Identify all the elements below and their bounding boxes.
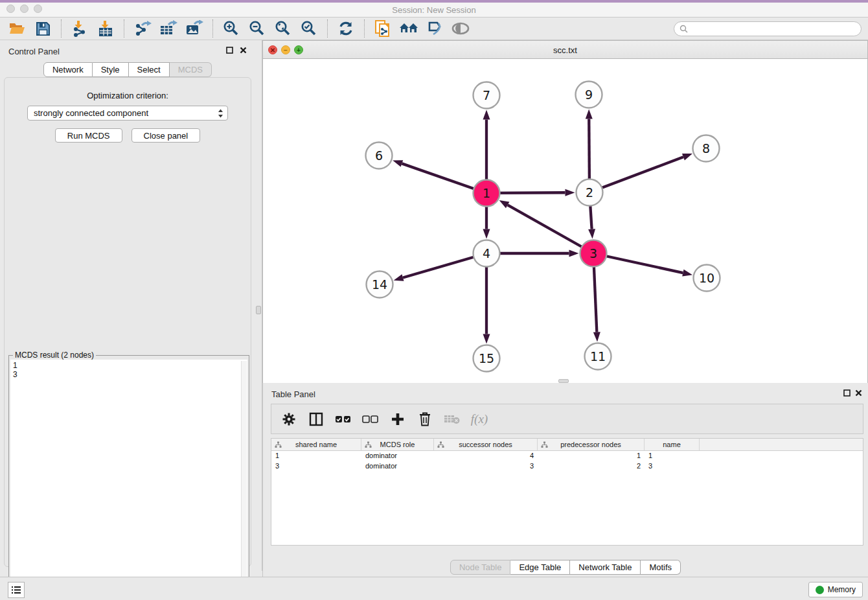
table-row[interactable]: 1dominator411 [271, 451, 863, 461]
tab-style[interactable]: Style [93, 62, 129, 77]
houses-icon [399, 21, 418, 36]
mcds-result-text[interactable]: 1 3 [10, 360, 247, 600]
copy-network-icon [374, 19, 391, 38]
main-toolbar [0, 17, 868, 40]
cell-MCDS-role[interactable]: dominator [361, 451, 434, 461]
column-header-MCDS-role[interactable]: MCDS role [361, 439, 434, 450]
hierarchy-icon [541, 441, 548, 448]
export-image-icon [185, 20, 203, 37]
result-scrollbar[interactable] [241, 361, 247, 600]
select-all-button[interactable] [331, 408, 356, 431]
svg-text:10: 10 [699, 271, 714, 285]
control-panel-float-button[interactable] [225, 45, 234, 54]
toolbar-houses-button[interactable] [396, 18, 422, 39]
splitter-handle-icon[interactable] [256, 306, 261, 314]
tab-network-table[interactable]: Network Table [570, 560, 641, 575]
graph-node-14[interactable]: 14 [367, 271, 393, 298]
graph-node-9[interactable]: 9 [576, 82, 602, 108]
deselect-all-button[interactable] [358, 408, 383, 431]
graph-node-1[interactable]: 1 [474, 180, 500, 207]
zoom-out-icon [249, 20, 266, 37]
graph-node-15[interactable]: 15 [474, 345, 500, 372]
graph-node-11[interactable]: 11 [585, 343, 611, 370]
memory-button[interactable]: Memory [808, 582, 863, 597]
network-canvas[interactable]: 7968124314101511 [263, 59, 867, 383]
tab-mcds[interactable]: MCDS [170, 62, 212, 77]
import-network-button[interactable] [67, 18, 93, 39]
control-panel-close-button[interactable] [238, 45, 247, 54]
save-session-button[interactable] [30, 18, 56, 39]
control-panel-title: Control Panel [8, 47, 60, 56]
column-header-successor-nodes[interactable]: successor nodes [434, 439, 538, 450]
table-panel-close-button[interactable] [854, 388, 863, 397]
graph-node-6[interactable]: 6 [366, 143, 393, 169]
show-graphics-button[interactable] [448, 18, 474, 39]
table-panel-float-button[interactable] [842, 388, 851, 397]
zoom-out-button[interactable] [244, 18, 270, 39]
cell-successor-nodes[interactable]: 3 [434, 461, 538, 472]
zoom-fit-button[interactable] [270, 18, 296, 39]
delete-column-button[interactable] [413, 408, 437, 431]
add-column-button[interactable] [385, 408, 410, 431]
network-window-title: scc.txt [263, 45, 867, 55]
svg-text:2: 2 [586, 185, 593, 200]
cell-shared-name[interactable]: 3 [271, 461, 361, 472]
criterion-select[interactable]: strongly connected component [27, 106, 228, 121]
zoom-selected-button[interactable] [296, 18, 322, 39]
cell-shared-name[interactable]: 1 [271, 451, 361, 461]
tab-edge-table[interactable]: Edge Table [510, 560, 570, 575]
graph-node-3[interactable]: 3 [580, 240, 607, 267]
panel-list-button[interactable] [8, 582, 25, 598]
column-header-predecessor-nodes[interactable]: predecessor nodes [538, 439, 645, 450]
tab-network[interactable]: Network [43, 62, 93, 77]
graph-node-4[interactable]: 4 [474, 240, 500, 267]
network-window-titlebar[interactable]: ✕ − + scc.txt [263, 41, 867, 59]
memory-label: Memory [828, 585, 856, 594]
graph-edge-3-10[interactable] [593, 253, 692, 276]
graph-edge-2-8[interactable] [589, 154, 692, 192]
run-mcds-button[interactable]: Run MCDS [55, 128, 122, 143]
graph-node-7[interactable]: 7 [474, 82, 500, 109]
graph-node-2[interactable]: 2 [577, 179, 603, 206]
zoom-fit-icon [275, 20, 291, 37]
trash-icon [418, 411, 431, 426]
search-input[interactable] [688, 23, 861, 35]
cell-name[interactable]: 3 [645, 461, 700, 472]
export-image-button[interactable] [181, 18, 207, 39]
graph-node-8[interactable]: 8 [693, 135, 720, 162]
new-network-from-selection-button[interactable] [370, 18, 396, 39]
control-panel-tabs: NetworkStyleSelectMCDS [0, 62, 255, 77]
column-visibility-button[interactable] [304, 408, 328, 431]
cell-name[interactable]: 1 [645, 451, 700, 461]
cell-predecessor-nodes[interactable]: 1 [538, 451, 645, 461]
open-session-button[interactable] [4, 18, 30, 39]
column-header-shared-name[interactable]: shared name [271, 439, 361, 450]
criterion-value: strongly connected component [34, 108, 148, 118]
tab-motifs[interactable]: Motifs [641, 560, 681, 575]
control-panel-header: Control Panel [0, 40, 255, 61]
graph-edge-1-6[interactable] [393, 160, 486, 193]
panel-splitter[interactable] [255, 40, 262, 571]
svg-text:7: 7 [483, 88, 490, 102]
cell-MCDS-role[interactable]: dominator [361, 461, 434, 472]
apply-layout-button[interactable] [333, 18, 359, 39]
column-header-name[interactable]: name [645, 439, 700, 450]
tab-select[interactable]: Select [129, 62, 170, 77]
cell-predecessor-nodes[interactable]: 2 [538, 461, 645, 472]
graph-node-10[interactable]: 10 [694, 265, 720, 292]
import-table-button[interactable] [93, 18, 119, 39]
graph-edge-4-14[interactable] [394, 253, 486, 281]
table-settings-button[interactable] [277, 408, 301, 431]
close-panel-button[interactable]: Close panel [131, 128, 201, 143]
unchecked-boxes-icon [362, 415, 379, 423]
tab-node-table[interactable]: Node Table [450, 560, 511, 575]
table-panel: Table Panel [262, 383, 868, 577]
table-row[interactable]: 3dominator323 [271, 461, 863, 472]
hide-labels-button[interactable] [422, 18, 448, 39]
export-network-button[interactable] [130, 18, 155, 39]
zoom-in-button[interactable] [218, 18, 244, 39]
export-table-button[interactable] [155, 18, 181, 39]
cell-successor-nodes[interactable]: 4 [434, 451, 538, 461]
graph-edge-3-1[interactable] [499, 200, 593, 253]
hierarchy-icon [365, 441, 372, 448]
